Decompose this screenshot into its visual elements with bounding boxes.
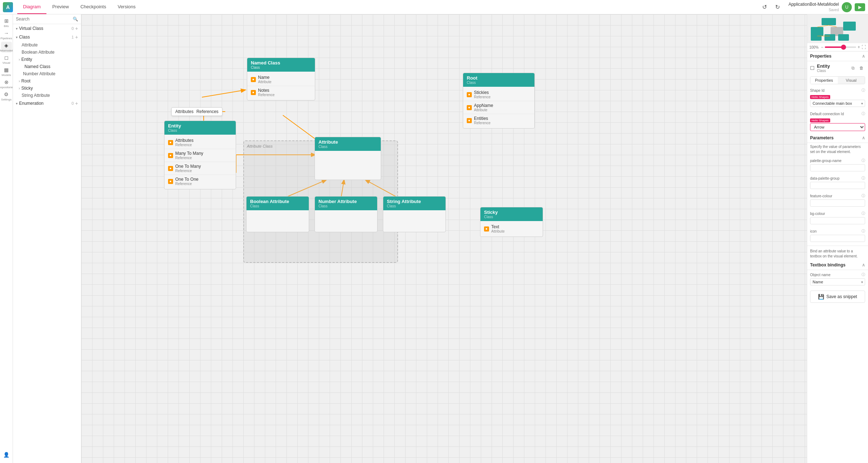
user-avatar[interactable]: U bbox=[842, 2, 852, 12]
search-input[interactable] bbox=[16, 17, 73, 22]
tab-preview[interactable]: Preview bbox=[46, 0, 74, 14]
tree-item-attribute[interactable]: Attribute bbox=[13, 41, 81, 49]
chevron-right-icon: › bbox=[19, 79, 20, 83]
node-sticky[interactable]: Sticky Class ■ Text Attribute bbox=[480, 207, 543, 237]
tab-diagram[interactable]: Diagram bbox=[17, 0, 46, 14]
sidebar-icon-pipelines[interactable]: → Pipelines bbox=[1, 30, 12, 40]
icon-input[interactable] bbox=[810, 235, 865, 242]
canvas-grid: Attributes References Attribute Class Na… bbox=[81, 14, 807, 463]
undo-button[interactable]: ↺ bbox=[760, 2, 770, 12]
node-string-attribute[interactable]: String Attribute Class bbox=[383, 196, 446, 232]
object-name-select[interactable]: Name bbox=[810, 278, 865, 286]
shape-id-select[interactable]: Connectable main box bbox=[810, 100, 865, 107]
connection-id-info-icon[interactable]: ⓘ bbox=[862, 111, 865, 116]
popup-label[interactable]: Attributes References bbox=[171, 107, 222, 116]
tree-item-boolean-attribute[interactable]: Boolean Attribute bbox=[13, 49, 81, 56]
object-name-field: Object name ⓘ Name bbox=[807, 270, 868, 288]
add-virtual-class-button[interactable]: + bbox=[75, 26, 78, 31]
bg-colour-info-icon[interactable]: ⓘ bbox=[862, 211, 865, 216]
sidebar-icon-models[interactable]: ▦ Models bbox=[1, 66, 12, 77]
chevron-down-icon: ▾ bbox=[16, 27, 18, 31]
tab-visual[interactable]: Visual bbox=[838, 77, 865, 84]
tree-subgroup-header-named-class[interactable]: Named Class bbox=[13, 63, 81, 70]
tab-versions[interactable]: Versions bbox=[112, 0, 141, 14]
tree-subgroup-entity: › Entity bbox=[13, 56, 81, 63]
copy-entity-button[interactable]: ⧉ bbox=[849, 64, 856, 72]
tree-group-header-virtual-class[interactable]: ▾ Virtual Class 0 + bbox=[13, 24, 81, 33]
textbox-bindings-collapse-icon[interactable]: ∧ bbox=[862, 262, 865, 268]
main-content: ⊞ Bits → Pipelines ◈ Metamodels ◻ Visual… bbox=[0, 14, 868, 463]
node-attribute[interactable]: Attribute Class bbox=[315, 137, 381, 180]
tree-panel: 🔍 ▾ Virtual Class 0 + ▾ Class 1 + Attrib… bbox=[13, 14, 81, 463]
node-row-one-to-many[interactable]: ■ One To Many Reference bbox=[164, 162, 236, 175]
entity-display: ☐ Entity Class ⧉ 🗑 bbox=[807, 61, 868, 75]
tree-group-header-class[interactable]: ▾ Class 1 + bbox=[13, 33, 81, 41]
tab-checkpoints[interactable]: Checkpoints bbox=[74, 0, 112, 14]
properties-panel-title: Properties ∧ bbox=[807, 51, 868, 61]
zoom-slider[interactable] bbox=[825, 46, 856, 48]
tree-search-bar: 🔍 bbox=[13, 14, 81, 24]
tab-properties[interactable]: Properties bbox=[810, 77, 838, 84]
node-named-class-header: Named Class Class bbox=[247, 58, 315, 72]
node-row[interactable]: ■ Name Attribute bbox=[247, 73, 315, 86]
popup-tab-attributes[interactable]: Attributes bbox=[175, 109, 194, 114]
tree-subgroup-sticky: › Sticky bbox=[13, 85, 81, 92]
collapse-icon[interactable]: ∧ bbox=[862, 54, 865, 59]
node-row-text[interactable]: ■ Text Attribute bbox=[480, 222, 543, 235]
add-class-button[interactable]: + bbox=[75, 34, 78, 40]
tree-subitem-number-attribute[interactable]: Number Attribute bbox=[13, 70, 81, 77]
node-entity[interactable]: Entity Class ■ Attributes Reference ■ bbox=[164, 121, 236, 189]
node-row-attributes[interactable]: ■ Attributes Reference bbox=[164, 136, 236, 149]
popup-tab-references[interactable]: References bbox=[196, 109, 218, 114]
add-enumeration-button[interactable]: + bbox=[75, 100, 78, 106]
node-boolean-attribute[interactable]: Boolean Attribute Class bbox=[246, 196, 309, 232]
svg-line-0 bbox=[202, 90, 245, 97]
tree-item-string-attribute[interactable]: String Attribute bbox=[13, 92, 81, 99]
tree-group-header-enumeration[interactable]: ▾ Enumeration 0 + bbox=[13, 99, 81, 108]
data-palette-info-icon[interactable]: ⓘ bbox=[862, 176, 865, 181]
palette-group-info-icon[interactable]: ⓘ bbox=[862, 158, 865, 163]
node-row-one-to-one[interactable]: ■ One To One Reference bbox=[164, 175, 236, 188]
feature-colour-input[interactable] bbox=[810, 199, 865, 207]
sidebar-icon-metamodels[interactable]: ◈ Metamodels bbox=[1, 42, 12, 53]
save-snippet-button[interactable]: 💾 Save as snippet bbox=[810, 291, 865, 303]
node-row-entities[interactable]: ■ Entities Reference bbox=[463, 114, 534, 127]
node-root[interactable]: Root Class ■ Stickies Reference ■ bbox=[463, 73, 535, 129]
params-collapse-icon[interactable]: ∧ bbox=[862, 135, 865, 140]
tree-subgroup-header-sticky[interactable]: › Sticky bbox=[13, 85, 81, 92]
node-number-attribute[interactable]: Number Attribute Class bbox=[315, 196, 378, 232]
feature-colour-info-icon[interactable]: ⓘ bbox=[862, 193, 865, 198]
canvas-area[interactable]: Attributes References Attribute Class Na… bbox=[81, 14, 807, 463]
sidebar-icon-bits[interactable]: ⊞ Bits bbox=[1, 17, 12, 28]
node-row-stickies[interactable]: ■ Stickies Reference bbox=[463, 88, 534, 101]
node-row[interactable]: ■ Notes Reference bbox=[247, 86, 315, 99]
fullscreen-icon[interactable]: ⛶ bbox=[862, 45, 866, 50]
zoom-in-icon[interactable]: + bbox=[858, 45, 860, 50]
mini-map bbox=[807, 14, 868, 43]
node-row-many-to-many[interactable]: ■ Many To Many Reference bbox=[164, 149, 236, 162]
arrows-svg bbox=[81, 14, 807, 463]
tree-subgroup-header-root[interactable]: › Root bbox=[13, 77, 81, 85]
delete-entity-button[interactable]: 🗑 bbox=[858, 64, 865, 72]
tree-group-virtual-class: ▾ Virtual Class 0 + bbox=[13, 24, 81, 33]
icon-info-icon[interactable]: ⓘ bbox=[862, 229, 865, 234]
bg-colour-input[interactable] bbox=[810, 217, 865, 224]
sidebar-icon-repositories[interactable]: ⊗ Repositories bbox=[1, 78, 12, 89]
data-palette-group-input[interactable] bbox=[810, 182, 865, 189]
parameters-panel-title: Parameters ∧ bbox=[807, 133, 868, 143]
zoom-out-icon[interactable]: − bbox=[821, 45, 823, 50]
node-named-class[interactable]: Named Class Class ■ Name Attribute ■ bbox=[247, 58, 315, 100]
sidebar-icon-visual[interactable]: ◻ Visual bbox=[1, 54, 12, 65]
sidebar-icon-settings[interactable]: ⚙ Settings bbox=[1, 91, 12, 102]
object-name-info-icon[interactable]: ⓘ bbox=[862, 272, 865, 277]
publish-button[interactable]: ▶ bbox=[855, 3, 865, 11]
palette-group-name-input[interactable] bbox=[810, 164, 865, 171]
node-number-attribute-header: Number Attribute Class bbox=[315, 197, 377, 210]
tree-subgroup-header-entity[interactable]: › Entity bbox=[13, 56, 81, 63]
connection-id-select[interactable]: Arrow Dashed Arrow Solid Line bbox=[810, 123, 865, 131]
shape-id-info-icon[interactable]: ⓘ bbox=[862, 88, 865, 93]
sidebar-icon-user[interactable]: 👤 bbox=[1, 449, 12, 460]
redo-button[interactable]: ↻ bbox=[773, 2, 783, 12]
node-row-appname[interactable]: ■ AppName Attribute bbox=[463, 101, 534, 114]
prop-visual-tabs: Properties Visual bbox=[810, 76, 865, 84]
